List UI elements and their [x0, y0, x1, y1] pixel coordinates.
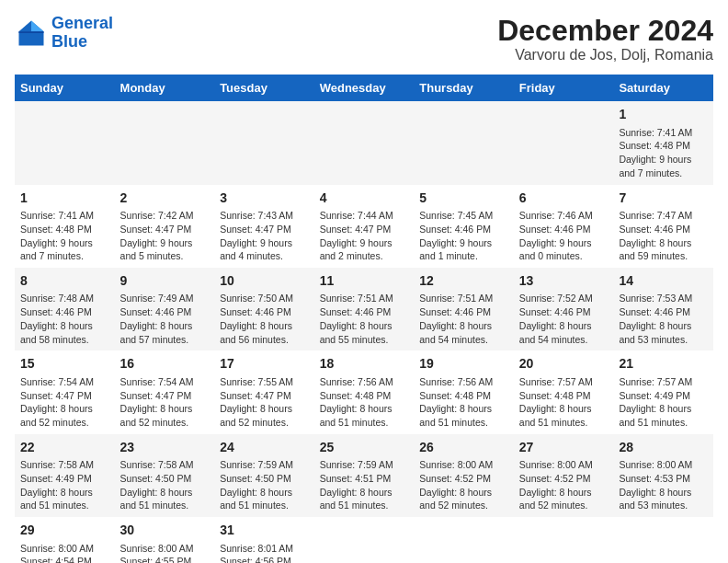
table-row — [314, 517, 415, 563]
calendar-week-row: 29Sunrise: 8:00 AMSunset: 4:54 PMDayligh… — [15, 517, 713, 563]
day-info: Sunrise: 7:41 AMSunset: 4:48 PMDaylight:… — [619, 126, 708, 180]
day-info: Sunrise: 7:57 AMSunset: 4:49 PMDaylight:… — [619, 375, 708, 430]
day-info: Sunrise: 8:00 AMSunset: 4:53 PMDaylight:… — [619, 458, 708, 512]
table-row: 17Sunrise: 7:55 AMSunset: 4:47 PMDayligh… — [214, 350, 314, 433]
day-number: 21 — [619, 355, 708, 373]
table-row: 26Sunrise: 8:00 AMSunset: 4:52 PMDayligh… — [414, 434, 514, 517]
table-row: 5Sunrise: 7:45 AMSunset: 4:46 PMDaylight… — [414, 185, 514, 268]
day-number: 14 — [619, 272, 708, 291]
logo-text: General Blue — [51, 15, 113, 52]
day-number: 24 — [220, 439, 309, 457]
day-number: 30 — [120, 522, 210, 540]
table-row: 6Sunrise: 7:46 AMSunset: 4:46 PMDaylight… — [514, 185, 614, 268]
day-info: Sunrise: 8:00 AMSunset: 4:52 PMDaylight:… — [419, 458, 508, 512]
calendar-week-row: 1Sunrise: 7:41 AMSunset: 4:48 PMDaylight… — [15, 101, 713, 184]
logo-line2: Blue — [51, 32, 87, 51]
header-thursday: Thursday — [414, 75, 514, 101]
day-number: 27 — [519, 439, 609, 457]
day-info: Sunrise: 7:48 AMSunset: 4:46 PMDaylight:… — [20, 292, 109, 346]
day-info: Sunrise: 7:42 AMSunset: 4:47 PMDaylight:… — [120, 209, 210, 263]
table-row: 30Sunrise: 8:00 AMSunset: 4:55 PMDayligh… — [115, 517, 215, 563]
day-number: 2 — [120, 190, 210, 208]
table-row: 18Sunrise: 7:56 AMSunset: 4:48 PMDayligh… — [314, 350, 415, 433]
day-info: Sunrise: 7:49 AMSunset: 4:46 PMDaylight:… — [120, 292, 210, 346]
day-info: Sunrise: 7:56 AMSunset: 4:48 PMDaylight:… — [419, 375, 508, 430]
day-info: Sunrise: 7:53 AMSunset: 4:46 PMDaylight:… — [619, 292, 708, 346]
table-row — [514, 101, 614, 184]
day-number: 5 — [419, 190, 508, 208]
table-row: 20Sunrise: 7:57 AMSunset: 4:48 PMDayligh… — [514, 350, 614, 433]
day-info: Sunrise: 7:41 AMSunset: 4:48 PMDaylight:… — [20, 209, 109, 263]
logo-line1: General — [51, 14, 113, 32]
table-row: 29Sunrise: 8:00 AMSunset: 4:54 PMDayligh… — [15, 517, 115, 563]
day-info: Sunrise: 8:00 AMSunset: 4:55 PMDaylight:… — [120, 542, 210, 564]
day-info: Sunrise: 7:51 AMSunset: 4:46 PMDaylight:… — [419, 292, 508, 346]
day-info: Sunrise: 7:52 AMSunset: 4:46 PMDaylight:… — [519, 292, 609, 346]
table-row: 3Sunrise: 7:43 AMSunset: 4:47 PMDaylight… — [214, 185, 314, 268]
table-row: 27Sunrise: 8:00 AMSunset: 4:52 PMDayligh… — [514, 434, 614, 517]
table-row: 14Sunrise: 7:53 AMSunset: 4:46 PMDayligh… — [613, 268, 713, 350]
table-row: 13Sunrise: 7:52 AMSunset: 4:46 PMDayligh… — [514, 268, 614, 350]
table-row — [115, 101, 215, 184]
day-info: Sunrise: 7:57 AMSunset: 4:48 PMDaylight:… — [519, 375, 609, 430]
calendar-header-row: Sunday Monday Tuesday Wednesday Thursday… — [15, 75, 713, 101]
day-info: Sunrise: 8:01 AMSunset: 4:56 PMDaylight:… — [220, 542, 309, 564]
header-wednesday: Wednesday — [314, 75, 415, 101]
table-row: 15Sunrise: 7:54 AMSunset: 4:47 PMDayligh… — [15, 350, 115, 433]
day-number: 26 — [419, 439, 508, 457]
day-number: 18 — [320, 355, 409, 373]
day-number: 1 — [20, 190, 109, 208]
table-row: 7Sunrise: 7:47 AMSunset: 4:46 PMDaylight… — [613, 185, 713, 268]
day-number: 29 — [20, 522, 109, 540]
day-info: Sunrise: 7:43 AMSunset: 4:47 PMDaylight:… — [220, 209, 309, 263]
day-info: Sunrise: 7:54 AMSunset: 4:47 PMDaylight:… — [20, 375, 109, 430]
table-row — [414, 517, 514, 563]
header-sunday: Sunday — [15, 75, 115, 101]
day-number: 15 — [20, 355, 109, 373]
table-row: 22Sunrise: 7:58 AMSunset: 4:49 PMDayligh… — [15, 434, 115, 517]
day-number: 6 — [519, 190, 609, 208]
table-row: 1Sunrise: 7:41 AMSunset: 4:48 PMDaylight… — [613, 101, 713, 184]
day-info: Sunrise: 7:58 AMSunset: 4:50 PMDaylight:… — [120, 458, 210, 512]
table-row: 1Sunrise: 7:41 AMSunset: 4:48 PMDaylight… — [15, 185, 115, 268]
page-title: December 2024 — [497, 15, 713, 47]
table-row — [314, 101, 415, 184]
day-number: 23 — [120, 439, 210, 457]
day-number: 22 — [20, 439, 109, 457]
header-friday: Friday — [514, 75, 614, 101]
table-row: 9Sunrise: 7:49 AMSunset: 4:46 PMDaylight… — [115, 268, 215, 350]
table-row: 12Sunrise: 7:51 AMSunset: 4:46 PMDayligh… — [414, 268, 514, 350]
day-info: Sunrise: 7:59 AMSunset: 4:51 PMDaylight:… — [320, 458, 409, 512]
day-number: 28 — [619, 439, 708, 457]
table-row: 19Sunrise: 7:56 AMSunset: 4:48 PMDayligh… — [414, 350, 514, 433]
calendar-week-row: 8Sunrise: 7:48 AMSunset: 4:46 PMDaylight… — [15, 268, 713, 350]
day-info: Sunrise: 7:51 AMSunset: 4:46 PMDaylight:… — [320, 292, 409, 346]
day-info: Sunrise: 7:45 AMSunset: 4:46 PMDaylight:… — [419, 209, 508, 263]
day-number: 3 — [220, 190, 309, 208]
table-row — [613, 517, 713, 563]
header-monday: Monday — [115, 75, 215, 101]
calendar-week-row: 22Sunrise: 7:58 AMSunset: 4:49 PMDayligh… — [15, 434, 713, 517]
table-row: 24Sunrise: 7:59 AMSunset: 4:50 PMDayligh… — [214, 434, 314, 517]
day-number: 8 — [20, 272, 109, 291]
header-tuesday: Tuesday — [214, 75, 314, 101]
table-row: 25Sunrise: 7:59 AMSunset: 4:51 PMDayligh… — [314, 434, 415, 517]
table-row — [514, 517, 614, 563]
day-number: 19 — [419, 355, 508, 373]
day-info: Sunrise: 8:00 AMSunset: 4:54 PMDaylight:… — [20, 542, 109, 564]
day-info: Sunrise: 8:00 AMSunset: 4:52 PMDaylight:… — [519, 458, 609, 512]
page-header: General Blue December 2024 Varvoru de Jo… — [15, 15, 713, 63]
day-number: 1 — [619, 106, 708, 124]
table-row: 11Sunrise: 7:51 AMSunset: 4:46 PMDayligh… — [314, 268, 415, 350]
day-info: Sunrise: 7:54 AMSunset: 4:47 PMDaylight:… — [120, 375, 210, 430]
day-number: 16 — [120, 355, 210, 373]
calendar-week-row: 1Sunrise: 7:41 AMSunset: 4:48 PMDaylight… — [15, 185, 713, 268]
calendar-table: Sunday Monday Tuesday Wednesday Thursday… — [15, 75, 713, 563]
logo-icon — [15, 17, 48, 50]
table-row — [214, 101, 314, 184]
table-row: 4Sunrise: 7:44 AMSunset: 4:47 PMDaylight… — [314, 185, 415, 268]
day-number: 12 — [419, 272, 508, 291]
day-number: 20 — [519, 355, 609, 373]
day-number: 25 — [320, 439, 409, 457]
day-info: Sunrise: 7:44 AMSunset: 4:47 PMDaylight:… — [320, 209, 409, 263]
